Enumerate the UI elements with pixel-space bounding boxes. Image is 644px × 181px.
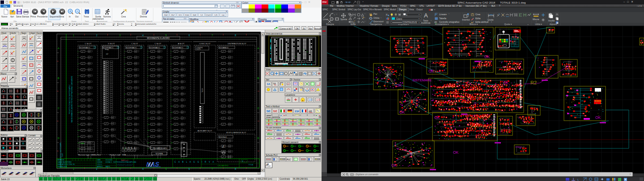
svg-text:MOVIMENTE A LAVORO: MOVIMENTE A LAVORO <box>147 37 170 39</box>
svg-text:Tx: Tx <box>317 109 319 112</box>
svg-text:11: 11 <box>124 112 126 114</box>
svg-text:10: 10 <box>148 105 149 107</box>
svg-text:7: 7 <box>148 87 148 89</box>
svg-text:9: 9 <box>171 99 172 101</box>
svg-text:FIN.VENI SUNI: FIN.VENI SUNI <box>58 166 67 168</box>
svg-text:OK: OK <box>453 150 459 155</box>
svg-text:COD.CL: COD.CL <box>97 164 102 165</box>
svg-text:15: 15 <box>124 136 126 138</box>
svg-text:Ft: Ft <box>274 84 276 86</box>
svg-text:OK: OK <box>595 115 601 120</box>
svg-text:9: 9 <box>148 99 148 101</box>
svg-text:TECK: TECK <box>202 88 203 93</box>
svg-text:m2: m2 <box>106 53 108 55</box>
svg-text:7: 7 <box>124 87 125 89</box>
svg-text:MASOL.: MASOL. <box>106 166 111 168</box>
svg-text:OK: OK <box>396 83 402 88</box>
svg-text:8: 8 <box>235 168 236 170</box>
svg-text:IN: IN <box>242 160 243 162</box>
svg-text:8: 8 <box>171 93 172 95</box>
svg-text:23A: 23A <box>273 115 278 118</box>
svg-text:S.MAN: S.MAN <box>80 143 85 144</box>
svg-text:B220ABA DC: B220ABA DC <box>219 47 229 49</box>
svg-text:7: 7 <box>171 87 172 89</box>
svg-text:8: 8 <box>148 93 148 95</box>
svg-text:LOGIC SLOT: LOGIC SLOT <box>199 42 211 45</box>
svg-text:11: 11 <box>171 112 173 114</box>
svg-text:C: C <box>58 107 59 109</box>
svg-text:EMER.APOSTOL TONLI. BL: EMER.APOSTOL TONLI. BL <box>58 164 75 165</box>
svg-text:24V+: 24V+ <box>286 137 289 139</box>
svg-text:15: 15 <box>148 136 149 138</box>
svg-text:6: 6 <box>189 34 190 37</box>
svg-text:DATA B.TAL ROTONDI: DATA B.TAL ROTONDI <box>58 161 72 163</box>
svg-text:24V+: 24V+ <box>305 133 308 135</box>
svg-text:23A: 23A <box>295 109 299 113</box>
svg-text:Via Bolognese Nord - 41100: Via Bolognese Nord - 41100 Modena <box>117 164 133 164</box>
svg-text:♫: ♫ <box>222 144 225 148</box>
svg-text:4: 4 <box>142 168 144 170</box>
svg-text:123: 123 <box>316 98 319 101</box>
svg-text:4: 4 <box>78 69 79 71</box>
svg-text:6: 6 <box>78 81 79 83</box>
svg-text:OK: OK <box>434 115 440 120</box>
svg-text:OK: OK <box>503 80 509 85</box>
svg-text:380: 380 <box>286 129 288 130</box>
svg-text:4: 4 <box>124 69 125 71</box>
svg-text:5: 5 <box>148 75 148 77</box>
svg-text:1: 1 <box>78 51 79 53</box>
svg-text:L: L <box>577 178 579 181</box>
svg-text:17: 17 <box>148 148 149 150</box>
svg-text:13: 13 <box>148 124 149 126</box>
svg-text:A: A <box>58 47 59 50</box>
svg-text:3: 3 <box>148 63 148 65</box>
svg-text:txt: txt <box>273 109 277 113</box>
svg-text:RADIOCOMANDO LAVORO PER TB DOP: RADIOCOMANDO LAVORO PER TB DOPPIA TESTA … <box>71 76 73 122</box>
svg-text:9: 9 <box>78 99 79 101</box>
svg-text:5: 5 <box>165 168 167 170</box>
svg-text:3: 3 <box>124 63 125 65</box>
svg-text:D: D <box>58 137 59 139</box>
svg-text:B: B <box>58 77 59 80</box>
svg-text:1: 1 <box>73 34 74 37</box>
svg-text:1: 1 <box>171 51 172 53</box>
svg-text:24V+: 24V+ <box>267 129 271 131</box>
svg-text:OK: OK <box>428 69 434 73</box>
svg-text:DATA: DATA <box>97 159 101 161</box>
svg-text:Tx: Tx <box>295 115 298 118</box>
svg-text:6: 6 <box>148 81 148 83</box>
svg-text:4: 4 <box>142 34 144 37</box>
svg-text:OK: OK <box>399 110 405 114</box>
svg-text:CON. MAS RTD1: CON. MAS RTD1 <box>217 165 229 167</box>
svg-text:7: 7 <box>78 87 79 89</box>
svg-text:txt: txt <box>309 115 313 118</box>
svg-text:C: C <box>258 107 259 109</box>
svg-text:txt: txt <box>302 115 306 118</box>
svg-text:DB: DB <box>131 147 133 149</box>
svg-text:PROGETTO TECNICO FILE SKY RTDY: PROGETTO TECNICO FILE SKY RTDY APPLIC <box>69 84 71 114</box>
svg-text:A SLOT: A SLOT <box>178 42 185 45</box>
svg-text:txt: txt <box>267 109 271 113</box>
svg-text:2: 2 <box>78 57 79 59</box>
svg-text:123: 123 <box>309 98 312 101</box>
svg-text:5: 5 <box>78 75 79 77</box>
svg-text:1A: 1A <box>267 83 270 85</box>
svg-text:DICHIA. S.: DICHIA. S. <box>106 161 112 163</box>
svg-text:3: 3 <box>78 63 79 65</box>
svg-text:OK: OK <box>391 163 397 168</box>
svg-text:7: 7 <box>212 34 213 37</box>
svg-text:8: 8 <box>124 93 125 95</box>
svg-text:380: 380 <box>267 133 270 134</box>
svg-text:C SLOT: C SLOT <box>131 42 138 45</box>
svg-text:5: 5 <box>124 75 125 77</box>
svg-text:24V-: 24V- <box>296 137 298 139</box>
svg-text:13: 13 <box>78 124 80 126</box>
svg-text:12: 12 <box>171 118 173 119</box>
svg-text:7: 7 <box>212 168 213 170</box>
svg-text:SISTEMARE: SISTEMARE <box>412 78 432 82</box>
svg-text:14: 14 <box>124 130 126 131</box>
svg-text:ELETTRONICA INDUSTRIALE APPLIC: ELETTRONICA INDUSTRIALE APPLICATA <box>114 161 136 163</box>
svg-text:2: 2 <box>124 57 125 59</box>
svg-text:10: 10 <box>124 105 126 107</box>
svg-text:11: 11 <box>78 112 80 114</box>
